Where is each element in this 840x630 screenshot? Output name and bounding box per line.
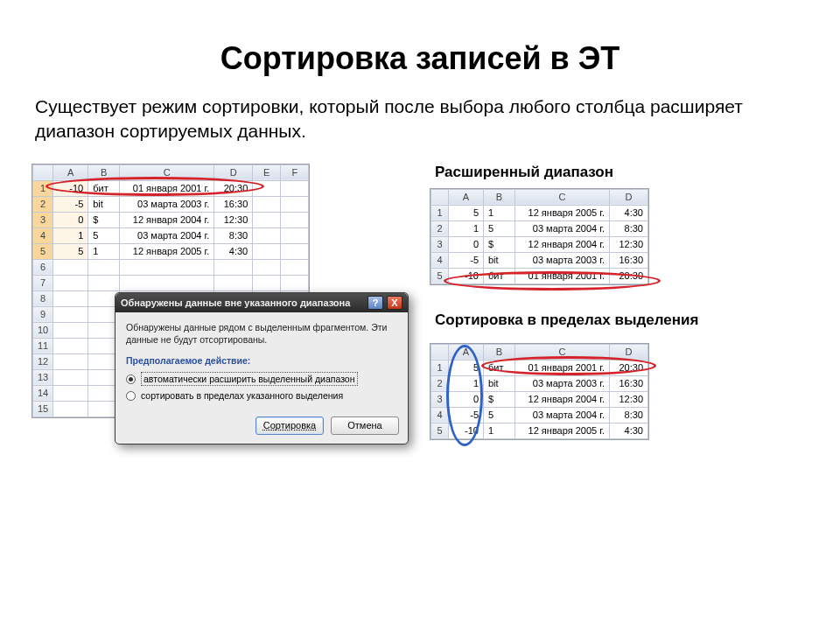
cell[interactable]: 03 марта 2004 г. [120,228,214,243]
cell[interactable]: 12 января 2005 г. [515,205,610,220]
cell[interactable] [281,212,309,228]
cell[interactable] [281,180,309,196]
row-header[interactable]: 8 [33,290,53,306]
col-header[interactable]: A [53,164,88,180]
row-header[interactable]: 10 [33,322,53,338]
cell[interactable]: bit [484,375,515,391]
cell[interactable]: 01 января 2001 г. [120,180,214,196]
cell[interactable]: 5 [449,360,484,375]
cell[interactable]: 03 марта 2003 г. [515,375,610,391]
cell[interactable]: -5 [449,407,484,423]
col-header[interactable]: D [214,164,253,180]
row-header[interactable]: 3 [431,236,449,252]
cell[interactable]: 12 января 2004 г. [515,391,610,407]
dialog-titlebar[interactable]: Обнаружены данные вне указанного диапазо… [116,293,408,312]
cell[interactable]: 8:30 [214,228,253,243]
cell[interactable]: 03 марта 2003 г. [515,252,610,268]
row-header[interactable]: 2 [431,375,449,391]
row-header[interactable]: 4 [431,252,449,268]
cell[interactable]: 01 января 2001 г. [515,360,610,375]
cell[interactable] [253,180,281,196]
cell[interactable]: 03 марта 2004 г. [515,220,610,236]
cell[interactable]: 03 марта 2004 г. [515,407,610,423]
cell[interactable]: 12 января 2004 г. [515,236,610,252]
col-header[interactable]: B [88,164,120,180]
cell[interactable] [281,243,309,259]
cell[interactable]: бит [88,180,120,196]
cell[interactable]: 03 марта 2003 г. [120,196,214,212]
cell[interactable]: 12:30 [610,391,648,407]
cell[interactable] [281,228,309,243]
row-header[interactable]: 4 [431,407,449,423]
cell[interactable]: 12:30 [214,212,253,228]
col-header[interactable]: E [253,164,281,180]
sort-button[interactable]: Сортировка [256,416,324,435]
cell[interactable]: 0 [449,391,484,407]
cell[interactable]: -10 [449,268,484,284]
cell[interactable]: 12 января 2004 г. [120,212,214,228]
col-header[interactable]: D [610,189,648,205]
cell[interactable]: bit [88,196,120,212]
cell[interactable]: бит [484,268,515,284]
row-header[interactable]: 9 [33,306,53,322]
cell[interactable]: 4:30 [214,243,253,259]
row-header[interactable]: 7 [33,275,53,290]
cell[interactable]: 12 января 2005 г. [515,423,610,438]
row-header[interactable]: 13 [33,369,53,385]
cell[interactable]: бит [484,360,515,375]
row-header[interactable]: 2 [33,196,53,212]
row-header[interactable]: 3 [431,391,449,407]
row-header[interactable]: 6 [33,259,53,275]
col-header[interactable]: D [610,344,648,360]
col-header[interactable]: F [281,164,309,180]
cell[interactable]: -10 [449,423,484,438]
row-header[interactable]: 5 [431,423,449,438]
col-header[interactable]: B [484,189,515,205]
cell[interactable]: 1 [484,205,515,220]
cell[interactable]: 5 [484,407,515,423]
close-icon[interactable]: X [387,296,402,310]
cell[interactable]: 20:30 [610,360,648,375]
sheet-within[interactable]: A B C D 1 5 бит 01 января 2001 г. 20:30 … [430,343,649,440]
cell[interactable] [253,196,281,212]
help-icon[interactable]: ? [368,296,383,310]
cell[interactable]: 8:30 [610,407,648,423]
row-header[interactable]: 1 [431,360,449,375]
cell[interactable]: 4:30 [610,205,648,220]
cell[interactable]: 20:30 [610,268,648,284]
cell[interactable]: 1 [449,375,484,391]
col-header[interactable]: A [449,344,484,360]
col-header[interactable]: A [449,189,484,205]
cell[interactable]: 5 [484,220,515,236]
cell[interactable]: 8:30 [610,220,648,236]
cell[interactable]: 5 [449,205,484,220]
cell[interactable] [253,228,281,243]
cell[interactable]: 12 января 2005 г. [120,243,214,259]
row-header[interactable]: 3 [33,212,53,228]
row-header[interactable]: 15 [33,401,53,416]
row-header[interactable]: 5 [431,268,449,284]
radio-expand-selection[interactable]: автоматически расширить выделенный диапа… [126,372,397,386]
cell[interactable]: 20:30 [214,180,253,196]
cell[interactable]: $ [88,212,120,228]
cell[interactable]: 16:30 [610,252,648,268]
cell[interactable] [253,212,281,228]
cell[interactable]: 16:30 [610,375,648,391]
cell[interactable]: $ [484,236,515,252]
col-header[interactable]: B [484,344,515,360]
cell[interactable]: $ [484,391,515,407]
cell[interactable]: 1 [53,228,88,243]
cell[interactable]: 5 [88,228,120,243]
cell[interactable]: 4:30 [610,423,648,438]
radio-sort-within-selection[interactable]: сортировать в пределах указанного выделе… [126,389,397,402]
cell[interactable]: 01 января 2001 г. [515,268,610,284]
row-header[interactable]: 4 [33,228,53,243]
cell[interactable]: 0 [53,212,88,228]
row-header[interactable]: 1 [431,205,449,220]
cell[interactable]: 5 [53,243,88,259]
row-header[interactable]: 5 [33,243,53,259]
cancel-button[interactable]: Отмена [331,416,399,435]
cell[interactable]: -5 [449,252,484,268]
cell[interactable] [281,196,309,212]
cell[interactable]: -10 [53,180,88,196]
